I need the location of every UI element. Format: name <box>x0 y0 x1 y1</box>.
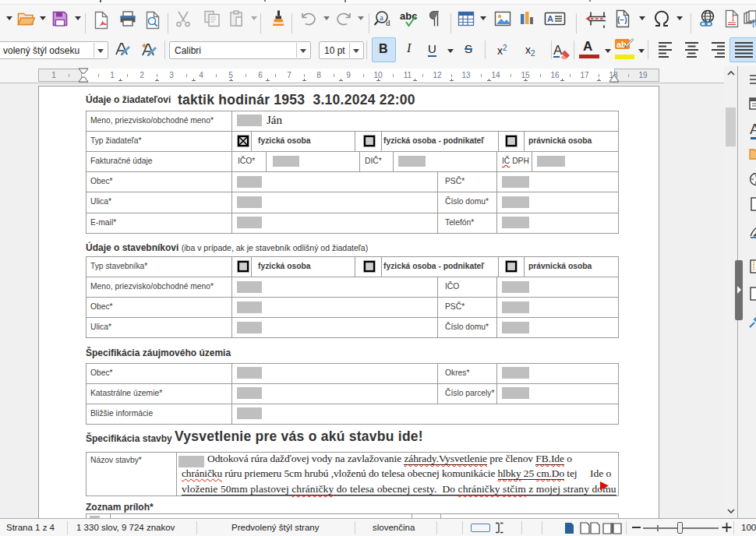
svg-text:A: A <box>553 43 563 58</box>
